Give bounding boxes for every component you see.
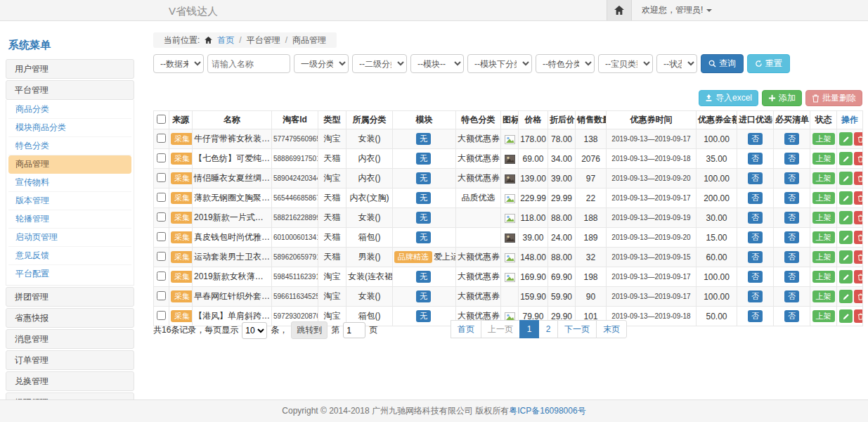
edit-button[interactable]	[839, 191, 853, 205]
data-source-select[interactable]: --数据来源--	[153, 54, 204, 73]
icp-link[interactable]: 粤ICP备16098006号	[509, 405, 585, 417]
row-checkbox[interactable]	[157, 153, 166, 162]
status-badge[interactable]: 上架	[812, 212, 835, 224]
reset-button[interactable]: 重置	[747, 54, 790, 73]
sidebar-section-header[interactable]: 消息管理	[6, 329, 134, 349]
imported-badge[interactable]: 否	[748, 212, 763, 224]
must-buy-badge[interactable]: 否	[784, 172, 799, 184]
sidebar-submenu-item[interactable]: 版本管理	[8, 192, 131, 210]
delete-button[interactable]	[854, 172, 863, 185]
row-checkbox[interactable]	[157, 232, 166, 241]
delete-button[interactable]	[854, 309, 863, 323]
edit-button[interactable]	[839, 309, 853, 323]
edit-button[interactable]	[839, 211, 853, 224]
row-checkbox[interactable]	[157, 193, 166, 202]
delete-button[interactable]	[854, 270, 863, 283]
imported-badge[interactable]: 否	[748, 290, 763, 302]
sidebar-section-header[interactable]: 兑换管理	[6, 371, 134, 391]
must-buy-badge[interactable]: 否	[784, 251, 799, 263]
sidebar-submenu-item[interactable]: 特色分类	[8, 137, 131, 155]
add-button[interactable]: 添加	[762, 90, 802, 106]
category2-select[interactable]: --二级分类--	[352, 54, 407, 73]
edit-button[interactable]	[839, 250, 853, 264]
import-excel-button[interactable]: 导入excel	[699, 90, 758, 106]
sidebar-submenu-item[interactable]: 商品管理	[8, 155, 131, 174]
row-checkbox[interactable]	[157, 252, 166, 261]
item-type-select[interactable]: --宝贝类型--	[598, 54, 653, 73]
imported-badge[interactable]: 否	[748, 310, 763, 322]
must-buy-badge[interactable]: 否	[784, 271, 799, 283]
module-subcategory-select[interactable]: --模块下分类--	[467, 54, 532, 73]
select-all-checkbox[interactable]	[157, 115, 166, 124]
category1-select[interactable]: 一级分类	[294, 54, 349, 73]
imported-badge[interactable]: 否	[748, 172, 763, 184]
delete-button[interactable]	[854, 231, 863, 244]
search-button[interactable]: 查询	[701, 54, 744, 73]
name-search-input[interactable]	[207, 54, 290, 73]
must-buy-badge[interactable]: 否	[784, 133, 799, 145]
imported-badge[interactable]: 否	[748, 271, 763, 283]
page-button[interactable]: 2	[538, 320, 558, 338]
sidebar-submenu-item[interactable]: 宣传物料	[8, 174, 131, 192]
page-button[interactable]: 1	[519, 320, 539, 338]
edit-button[interactable]	[839, 152, 853, 165]
delete-button[interactable]	[854, 211, 863, 224]
feature-category-select[interactable]: --特色分类--	[536, 54, 595, 73]
sidebar-submenu-item[interactable]: 模块商品分类	[8, 119, 131, 137]
edit-button[interactable]	[839, 270, 853, 283]
status-badge[interactable]: 上架	[812, 133, 835, 145]
sidebar-section-header[interactable]: 用户管理	[6, 59, 134, 79]
must-buy-badge[interactable]: 否	[784, 212, 799, 224]
imported-badge[interactable]: 否	[748, 192, 763, 204]
delete-button[interactable]	[854, 191, 863, 205]
imported-badge[interactable]: 否	[748, 133, 763, 145]
row-checkbox[interactable]	[157, 212, 166, 222]
row-checkbox[interactable]	[157, 134, 166, 143]
must-buy-badge[interactable]: 否	[784, 153, 799, 165]
row-checkbox[interactable]	[157, 173, 166, 182]
status-badge[interactable]: 上架	[812, 153, 835, 165]
module-select[interactable]: --模块--	[410, 54, 464, 73]
sidebar-submenu-item[interactable]: 轮播管理	[8, 210, 131, 229]
home-button[interactable]	[607, 0, 632, 20]
imported-badge[interactable]: 否	[748, 251, 763, 263]
sidebar-section-header[interactable]: 订单管理	[6, 350, 134, 370]
status-badge[interactable]: 上架	[812, 192, 835, 204]
sidebar-submenu-item[interactable]: 意见反馈	[8, 247, 131, 265]
edit-button[interactable]	[839, 231, 853, 244]
user-menu[interactable]: 欢迎您，管理员!	[632, 0, 722, 20]
sidebar-submenu-item[interactable]: 平台配置	[8, 265, 131, 283]
per-page-select[interactable]: 10	[242, 322, 267, 339]
row-checkbox[interactable]	[157, 311, 166, 320]
row-checkbox[interactable]	[157, 271, 166, 281]
status-badge[interactable]: 上架	[812, 251, 835, 263]
status-badge[interactable]: 上架	[812, 231, 835, 243]
must-buy-badge[interactable]: 否	[784, 310, 799, 322]
row-checkbox[interactable]	[157, 291, 166, 300]
breadcrumb-home-link[interactable]: 首页	[217, 34, 234, 46]
delete-button[interactable]	[854, 290, 863, 303]
page-button[interactable]: 首页	[451, 320, 481, 338]
delete-button[interactable]	[854, 250, 863, 264]
page-button[interactable]: 末页	[596, 320, 627, 338]
delete-button[interactable]	[854, 132, 863, 146]
must-buy-badge[interactable]: 否	[784, 231, 799, 243]
delete-button[interactable]	[854, 152, 863, 165]
edit-button[interactable]	[839, 172, 853, 185]
status-select[interactable]: --状态--	[656, 54, 697, 73]
must-buy-badge[interactable]: 否	[784, 192, 799, 204]
sidebar-submenu-item[interactable]: 启动页管理	[8, 229, 131, 247]
must-buy-badge[interactable]: 否	[784, 290, 799, 302]
sidebar-section-header[interactable]: 拼团管理	[6, 287, 134, 307]
page-button[interactable]: 下一页	[557, 320, 597, 338]
sidebar-submenu-item[interactable]: 商品分类	[8, 101, 131, 119]
status-badge[interactable]: 上架	[812, 310, 835, 322]
imported-badge[interactable]: 否	[748, 153, 763, 165]
jump-button[interactable]: 跳转到	[291, 321, 328, 339]
status-badge[interactable]: 上架	[812, 271, 835, 283]
page-number-input[interactable]	[343, 322, 365, 338]
status-badge[interactable]: 上架	[812, 172, 835, 184]
imported-badge[interactable]: 否	[748, 231, 763, 243]
batch-delete-button[interactable]: 批量删除	[805, 90, 862, 106]
edit-button[interactable]	[839, 132, 853, 146]
